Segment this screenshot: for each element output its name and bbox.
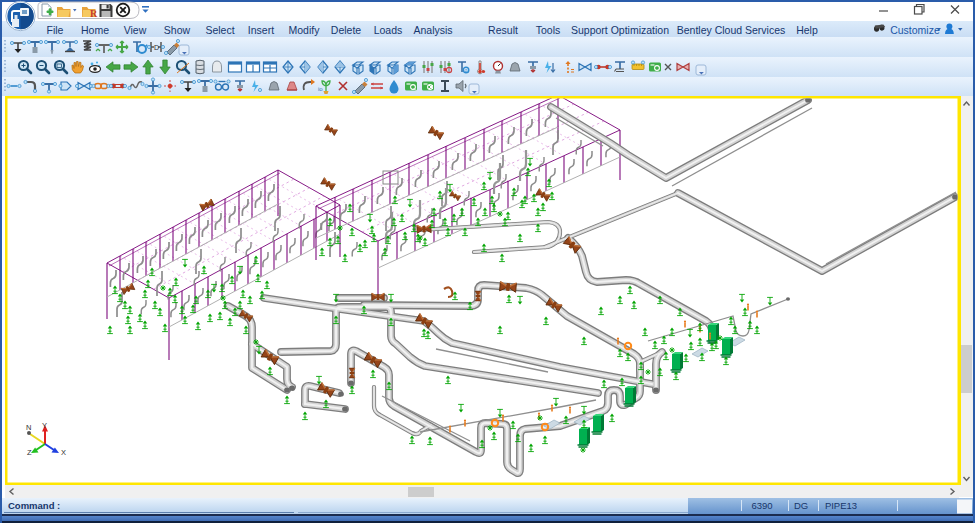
svg-text:X: X xyxy=(61,448,66,457)
svg-text:N: N xyxy=(26,423,31,432)
svg-text:io: io xyxy=(318,86,323,92)
svg-text:Z: Z xyxy=(27,448,32,457)
svg-text:R: R xyxy=(90,8,98,19)
svg-text:o: o xyxy=(464,67,467,73)
svg-text:Y: Y xyxy=(42,421,47,430)
